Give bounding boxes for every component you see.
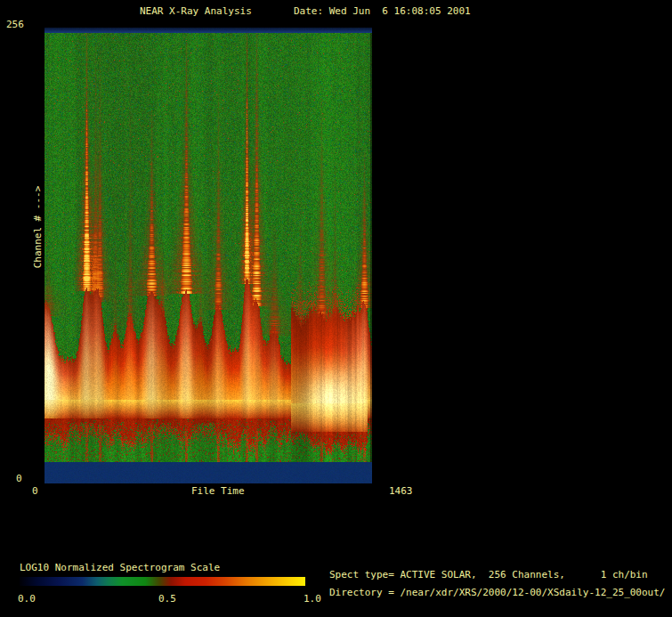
spect-type-line: Spect type= ACTIVE SOLAR, 256 Channels, … xyxy=(329,569,648,580)
directory-line: Directory = /near/xdr/XRS/2000/12-00/XSd… xyxy=(329,587,666,598)
colorbar-tick-mid: 0.5 xyxy=(158,593,176,605)
colorbar-gradient xyxy=(20,577,305,586)
y-axis-label: Channel # ---> xyxy=(32,186,44,269)
plot-date: Date: Wed Jun 6 16:08:05 2001 xyxy=(294,5,471,17)
y-min-label: 0 xyxy=(16,473,22,484)
app-window: { "window": { "title": "NEAR X-Ray Analy… xyxy=(0,0,672,617)
colorbar-tick-min: 0.0 xyxy=(18,593,36,605)
spectrogram-canvas xyxy=(45,28,372,483)
x-max-label: 1463 xyxy=(389,485,413,497)
y-max-label: 256 xyxy=(6,19,24,30)
x-min-label: 0 xyxy=(32,485,38,497)
x-axis-label: File Time xyxy=(191,485,245,497)
colorbar-title: LOG10 Normalized Spectrogram Scale xyxy=(20,562,220,573)
colorbar-tick-max: 1.0 xyxy=(304,593,321,605)
plot-title: NEAR X-Ray Analysis xyxy=(140,5,252,17)
